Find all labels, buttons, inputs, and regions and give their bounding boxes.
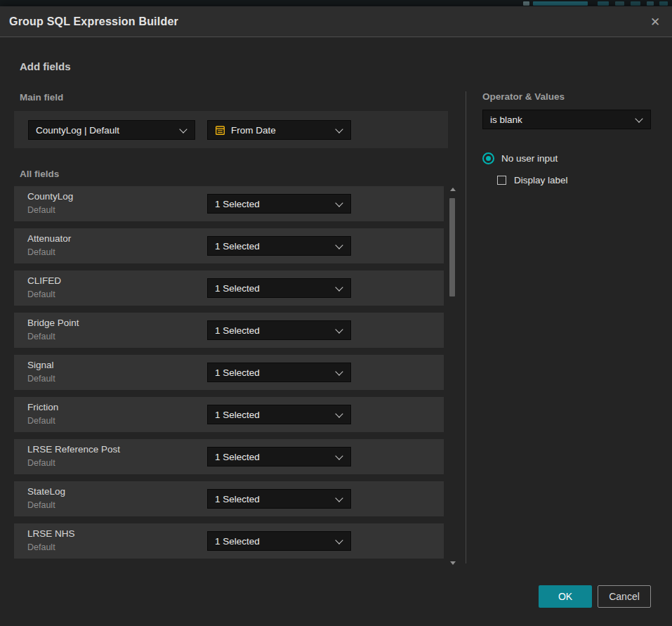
fields-list-scrollbar[interactable] bbox=[448, 182, 457, 566]
dialog-title: Group SQL Expression Builder bbox=[9, 15, 178, 28]
main-field-select[interactable]: From Date bbox=[207, 120, 351, 140]
field-type-label: Default bbox=[27, 289, 55, 299]
row-field-select-value: 1 Selected bbox=[215, 283, 260, 294]
row-field-select[interactable]: 1 Selected bbox=[207, 320, 351, 340]
field-row: Friction Default 1 Selected bbox=[14, 397, 444, 432]
field-name: LRSE Reference Post bbox=[27, 444, 120, 455]
row-field-select[interactable]: 1 Selected bbox=[207, 447, 351, 467]
field-name: LRSE NHS bbox=[27, 528, 75, 539]
chevron-down-icon bbox=[335, 494, 343, 502]
background-app-strip bbox=[0, 0, 672, 6]
scroll-down-arrow-icon[interactable] bbox=[450, 561, 456, 565]
checkbox-unchecked-icon[interactable] bbox=[497, 176, 506, 185]
row-field-select-value: 1 Selected bbox=[215, 241, 260, 252]
chevron-down-icon bbox=[335, 367, 343, 375]
field-name: Friction bbox=[27, 402, 58, 412]
field-name: Bridge Point bbox=[27, 318, 79, 328]
background-fragment bbox=[647, 1, 654, 6]
background-fragment bbox=[533, 1, 588, 6]
field-type-label: Default bbox=[27, 205, 55, 215]
field-row: LRSE Reference Post Default 1 Selected bbox=[14, 439, 444, 474]
field-name: Attenuator bbox=[27, 233, 71, 244]
radio-dot bbox=[486, 156, 491, 161]
no-user-input-label: No user input bbox=[501, 153, 558, 164]
field-type-label: Default bbox=[27, 416, 55, 426]
operator-values-heading: Operator & Values bbox=[482, 91, 565, 102]
row-field-select[interactable]: 1 Selected bbox=[207, 531, 351, 551]
field-row: Signal Default 1 Selected bbox=[14, 355, 444, 390]
background-fragment bbox=[523, 1, 529, 6]
main-field-select-value: From Date bbox=[231, 125, 276, 136]
field-row: CountyLog Default 1 Selected bbox=[14, 186, 444, 221]
row-field-select-value: 1 Selected bbox=[215, 410, 260, 420]
screen: Group SQL Expression Builder ✕ Add field… bbox=[0, 0, 672, 626]
radio-selected-icon[interactable] bbox=[482, 152, 494, 164]
field-name: StateLog bbox=[27, 486, 65, 497]
row-field-select[interactable]: 1 Selected bbox=[207, 236, 351, 256]
group-sql-expression-builder-dialog: Group SQL Expression Builder ✕ Add field… bbox=[0, 6, 672, 626]
row-field-select[interactable]: 1 Selected bbox=[207, 489, 351, 509]
scroll-up-arrow-icon[interactable] bbox=[450, 188, 456, 191]
chevron-down-icon bbox=[335, 325, 343, 333]
operator-select[interactable]: is blank bbox=[482, 110, 651, 129]
background-fragment bbox=[615, 1, 624, 6]
field-name: CLIFED bbox=[27, 275, 61, 286]
chevron-down-icon bbox=[635, 115, 643, 122]
row-field-select-value: 1 Selected bbox=[215, 367, 260, 378]
field-type-label: Default bbox=[27, 374, 55, 384]
background-fragment bbox=[659, 1, 668, 6]
field-type-label: Default bbox=[27, 458, 55, 468]
row-field-select-value: 1 Selected bbox=[215, 325, 260, 336]
row-field-select[interactable]: 1 Selected bbox=[207, 363, 351, 382]
chevron-down-icon bbox=[335, 283, 343, 291]
calendar-icon bbox=[215, 125, 225, 136]
dialog-header: Group SQL Expression Builder ✕ bbox=[0, 6, 672, 37]
background-fragment bbox=[631, 1, 640, 6]
all-fields-label: All fields bbox=[20, 169, 59, 179]
close-icon[interactable]: ✕ bbox=[647, 13, 664, 30]
field-row: CLIFED Default 1 Selected bbox=[14, 270, 444, 306]
display-label-checkbox-row[interactable]: Display label bbox=[497, 175, 568, 185]
no-user-input-radio-row[interactable]: No user input bbox=[482, 152, 558, 164]
chevron-down-icon bbox=[335, 452, 343, 459]
all-fields-list: CountyLog Default 1 Selected Attenuator … bbox=[14, 186, 444, 566]
field-row: LRSE NHS Default 1 Selected bbox=[14, 523, 444, 559]
field-type-label: Default bbox=[27, 500, 55, 510]
field-row: Attenuator Default 1 Selected bbox=[14, 228, 444, 263]
field-type-label: Default bbox=[27, 247, 55, 257]
chevron-down-icon bbox=[335, 199, 343, 207]
background-fragment bbox=[598, 1, 609, 6]
chevron-down-icon bbox=[335, 241, 343, 249]
field-row: Bridge Point Default 1 Selected bbox=[14, 313, 444, 348]
row-field-select[interactable]: 1 Selected bbox=[207, 278, 351, 298]
operator-select-value: is blank bbox=[490, 115, 522, 125]
main-field-panel: CountyLog | Default From Date bbox=[14, 111, 448, 148]
field-type-label: Default bbox=[27, 542, 55, 552]
chevron-down-icon bbox=[179, 125, 187, 133]
row-field-select-value: 1 Selected bbox=[215, 494, 260, 504]
cancel-button[interactable]: Cancel bbox=[598, 585, 651, 608]
main-field-label: Main field bbox=[20, 92, 63, 103]
row-field-select[interactable]: 1 Selected bbox=[207, 405, 351, 424]
chevron-down-icon bbox=[335, 410, 343, 417]
row-field-select-value: 1 Selected bbox=[215, 199, 260, 209]
display-label-label: Display label bbox=[514, 175, 568, 185]
row-field-select[interactable]: 1 Selected bbox=[207, 194, 351, 214]
main-layer-select[interactable]: CountyLog | Default bbox=[28, 120, 195, 140]
chevron-down-icon bbox=[335, 125, 343, 133]
field-name: CountyLog bbox=[27, 191, 73, 202]
row-field-select-value: 1 Selected bbox=[215, 536, 260, 547]
field-type-label: Default bbox=[27, 332, 55, 341]
scrollbar-thumb[interactable] bbox=[449, 198, 455, 296]
main-layer-select-value: CountyLog | Default bbox=[36, 125, 119, 136]
field-row: StateLog Default 1 Selected bbox=[14, 481, 444, 516]
row-field-select-value: 1 Selected bbox=[215, 452, 260, 462]
panel-divider bbox=[466, 91, 466, 563]
ok-button[interactable]: OK bbox=[539, 585, 592, 608]
add-fields-heading: Add fields bbox=[20, 60, 71, 72]
field-name: Signal bbox=[27, 360, 54, 370]
chevron-down-icon bbox=[335, 536, 343, 544]
